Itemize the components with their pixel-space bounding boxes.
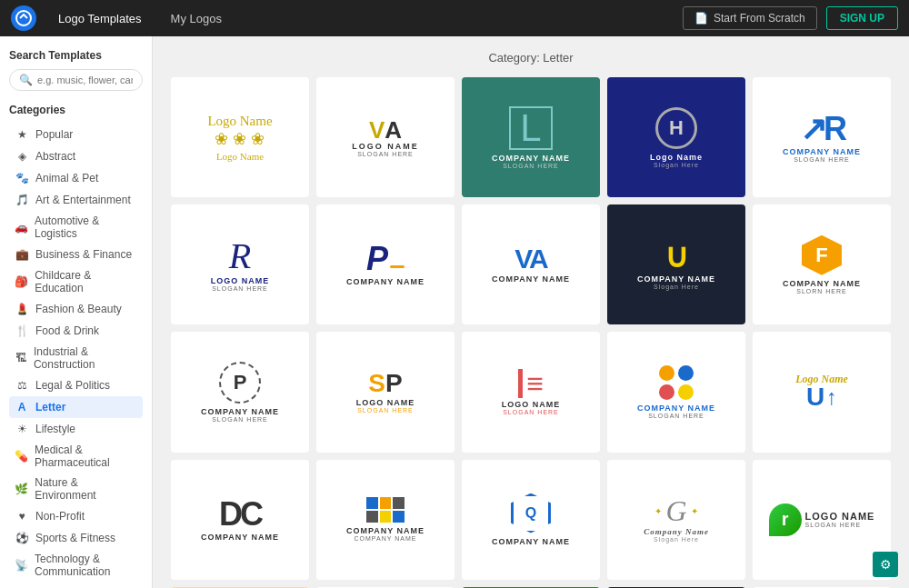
logo-card[interactable]: COMPANY NAME SLOGAN HERE bbox=[607, 332, 745, 452]
category-icon: 🏗 bbox=[15, 351, 27, 365]
logo-card[interactable]: P COMPANY NAME bbox=[316, 204, 454, 324]
logo-card[interactable]: V A LOGO NAME SLOGAN HERE bbox=[316, 77, 454, 197]
logo-grid: Logo Name ❀ ❀ ❀ Logo Name V A LOGO NAME … bbox=[171, 77, 891, 580]
svg-point-0 bbox=[16, 11, 31, 25]
category-icon: 💼 bbox=[15, 247, 29, 262]
logo-visual: H Logo Name Slogan Here bbox=[614, 85, 738, 190]
logo-card[interactable]: S P LOGO NAME SLOGAN HERE bbox=[316, 332, 454, 452]
logo-visual: P COMPANY NAME SLOGAN HERE bbox=[178, 339, 302, 444]
sidebar-item-technology---communication[interactable]: 📡Technology & Communication bbox=[9, 549, 143, 582]
logo-card[interactable]: L COMPANY NAME SLOGAN HERE bbox=[462, 77, 600, 197]
sidebar-item-legal---politics[interactable]: ⚖Legal & Politics bbox=[9, 374, 143, 396]
logo-visual: ↗R COMPANY NAME SLOGAN HERE bbox=[760, 85, 884, 190]
logo-card[interactable]: P COMPANY NAME SLOGAN HERE bbox=[171, 332, 309, 452]
sidebar-item-business---finance[interactable]: 💼Business & Finance bbox=[9, 244, 143, 265]
logo-card[interactable]: ∪ COMPANY NAME Slogan Here bbox=[607, 204, 745, 324]
sidebar-item-lifestyle[interactable]: ☀Lifestyle bbox=[9, 418, 143, 440]
sign-up-button[interactable]: SIGN UP bbox=[826, 6, 898, 30]
logo-card[interactable]: ≡ LOGO NAME SLOGAN HERE bbox=[462, 332, 600, 452]
logo-visual: V A LOGO NAME SLOGAN HERE bbox=[324, 85, 447, 190]
categories-list: ★Popular◈Abstract🐾Animal & Pet🎵Art & Ent… bbox=[9, 124, 143, 588]
category-icon: A bbox=[15, 400, 29, 414]
logo-visual: P COMPANY NAME bbox=[324, 212, 447, 317]
logo-visual: VA COMPANY NAME bbox=[469, 212, 593, 317]
category-icon: 🎵 bbox=[15, 193, 29, 207]
logo-visual: ✦ G ✦ Company Name Slogan Here bbox=[614, 467, 738, 573]
sidebar-item-nature---environment[interactable]: 🌿Nature & Environment bbox=[9, 473, 143, 505]
category-icon: ⚽ bbox=[15, 531, 29, 545]
search-box[interactable]: 🔍 bbox=[9, 69, 143, 91]
logo-card[interactable]: R LOGO NAME SLOGAN HERE bbox=[171, 204, 309, 324]
categories-title: Categories bbox=[9, 104, 143, 116]
sidebar-item-letter[interactable]: ALetter bbox=[9, 396, 143, 418]
sidebar-item-abstract[interactable]: ◈Abstract bbox=[9, 145, 143, 167]
logo-visual: L COMPANY NAME SLOGAN HERE bbox=[469, 85, 593, 190]
search-title: Search Templates bbox=[9, 49, 143, 62]
logo-card[interactable]: Logo Name U ↑ bbox=[753, 332, 891, 452]
logo-visual: DC COMPANY NAME bbox=[178, 467, 302, 573]
sidebar-item-non-profit[interactable]: ♥Non-Profit bbox=[9, 505, 143, 527]
logo-card[interactable]: r LOGO NAME SLOGAN HERE bbox=[753, 460, 891, 580]
logo-card[interactable]: COMPANY NAME COMPANY NAME bbox=[316, 460, 454, 580]
top-navigation: Logo Templates My Logos 📄 Start From Scr… bbox=[0, 0, 909, 36]
logo-visual: Logo Name ❀ ❀ ❀ Logo Name bbox=[178, 85, 302, 190]
sidebar-item-childcare---education[interactable]: 🎒Childcare & Education bbox=[9, 265, 143, 298]
sidebar-item-art---entertainment[interactable]: 🎵Art & Entertainment bbox=[9, 189, 143, 211]
logo-card[interactable]: H Logo Name Slogan Here bbox=[607, 77, 745, 197]
sidebar-item-industrial---construction[interactable]: 🏗Industrial & Construction bbox=[9, 342, 143, 374]
category-icon: 🍴 bbox=[15, 324, 29, 338]
sidebar-item-medical---pharmaceutical[interactable]: 💊Medical & Pharmaceutical bbox=[9, 440, 143, 473]
main-content: Category: Letter Logo Name ❀ ❀ ❀ Logo Na… bbox=[153, 36, 909, 588]
sidebar-item-sports---fitness[interactable]: ⚽Sports & Fitness bbox=[9, 527, 143, 549]
category-icon: ★ bbox=[15, 127, 29, 142]
logo-visual: Q COMPANY NAME bbox=[469, 467, 593, 573]
category-label: Category: Letter bbox=[171, 51, 891, 65]
document-icon: 📄 bbox=[694, 12, 708, 25]
logo-card[interactable]: ✦ G ✦ Company Name Slogan Here bbox=[607, 460, 745, 580]
category-icon: ⚖ bbox=[15, 378, 29, 393]
logo-visual: S P LOGO NAME SLOGAN HERE bbox=[324, 339, 447, 444]
logo-visual: F COMPANY NAME SLORN HERE bbox=[760, 212, 884, 317]
sidebar-item-automotive---logistics[interactable]: 🚗Automotive & Logistics bbox=[9, 211, 143, 244]
category-icon: ♥ bbox=[15, 509, 29, 523]
category-icon: 🌿 bbox=[15, 482, 28, 496]
category-icon: 🎒 bbox=[15, 274, 28, 289]
logo-visual: R LOGO NAME SLOGAN HERE bbox=[178, 212, 302, 317]
sidebar-item-animal---pet[interactable]: 🐾Animal & Pet bbox=[9, 167, 143, 189]
brand-logo[interactable] bbox=[11, 5, 36, 31]
logo-visual: ∪ COMPANY NAME Slogan Here bbox=[614, 212, 738, 317]
logo-card[interactable]: F COMPANY NAME SLORN HERE bbox=[753, 204, 891, 324]
sidebar-item-popular[interactable]: ★Popular bbox=[9, 124, 143, 145]
logo-card[interactable]: Logo Name ❀ ❀ ❀ Logo Name bbox=[171, 77, 309, 197]
logo-card[interactable]: VA COMPANY NAME bbox=[462, 204, 600, 324]
start-from-scratch-button[interactable]: 📄 Start From Scratch bbox=[683, 6, 817, 30]
category-icon: 📡 bbox=[15, 558, 28, 573]
logo-visual: Logo Name U ↑ bbox=[760, 339, 884, 444]
category-icon: 🚗 bbox=[15, 220, 28, 234]
search-input[interactable] bbox=[37, 75, 133, 85]
logo-visual: ≡ LOGO NAME SLOGAN HERE bbox=[469, 339, 593, 444]
settings-button[interactable]: ⚙ bbox=[873, 552, 898, 577]
sidebar-item-travel---hotel[interactable]: ✈Travel & Hotel bbox=[9, 582, 143, 588]
search-icon: 🔍 bbox=[19, 74, 33, 86]
category-icon: 🐾 bbox=[15, 171, 29, 185]
logo-visual: COMPANY NAME COMPANY NAME bbox=[324, 467, 447, 573]
category-icon: ◈ bbox=[15, 149, 29, 164]
logo-visual: r LOGO NAME SLOGAN HERE bbox=[760, 467, 884, 573]
category-icon: ☀ bbox=[15, 422, 29, 436]
sidebar-item-food---drink[interactable]: 🍴Food & Drink bbox=[9, 320, 143, 342]
sidebar: Search Templates 🔍 Categories ★Popular◈A… bbox=[0, 36, 153, 588]
logo-visual: COMPANY NAME SLOGAN HERE bbox=[614, 339, 738, 444]
logo-card[interactable]: ↗R COMPANY NAME SLOGAN HERE bbox=[753, 77, 891, 197]
category-icon: 💄 bbox=[15, 302, 29, 316]
sidebar-item-fashion---beauty[interactable]: 💄Fashion & Beauty bbox=[9, 298, 143, 320]
nav-my-logos[interactable]: My Logos bbox=[164, 8, 229, 29]
logo-card[interactable]: Q COMPANY NAME bbox=[462, 460, 600, 580]
logo-card[interactable]: DC COMPANY NAME bbox=[171, 460, 309, 580]
category-icon: 💊 bbox=[15, 449, 28, 463]
nav-logo-templates[interactable]: Logo Templates bbox=[51, 8, 149, 29]
